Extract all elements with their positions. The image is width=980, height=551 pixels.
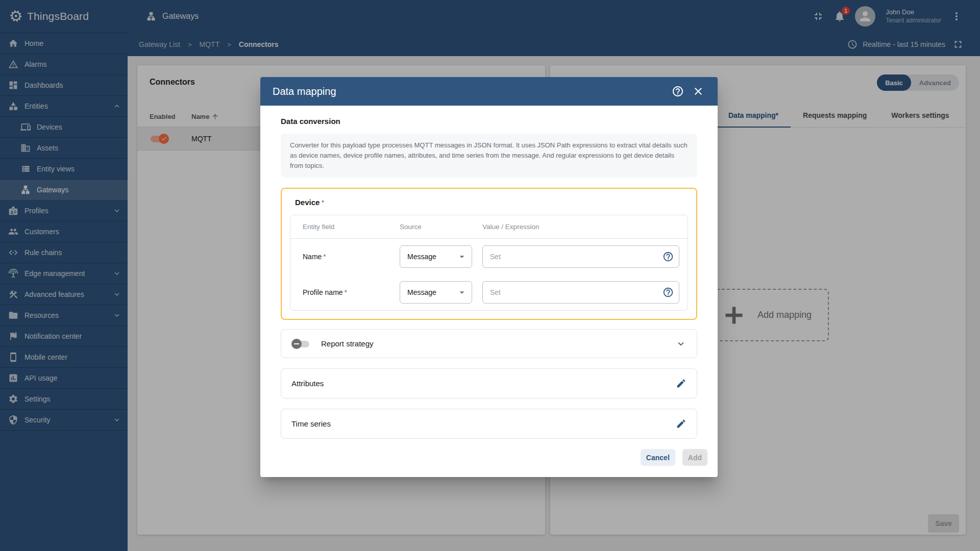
edit-time-series-icon[interactable] [676,418,687,429]
device-row-profile-name: Profile name* Message [290,274,688,310]
dialog-body: Data conversion Converter for this paylo… [260,106,718,449]
data-conversion-heading: Data conversion [281,117,697,126]
source-select-value: Message [407,288,456,296]
toggle-thumb [291,339,302,349]
help-button[interactable] [668,81,688,102]
device-section: Device* Entity field Source Value / Expr… [281,188,697,320]
dialog-header: Data mapping [260,77,718,106]
field-help-icon[interactable] [663,251,674,262]
time-series-section: Time series [281,409,697,439]
attributes-section: Attributes [281,368,697,398]
attributes-label: Attributes [291,379,324,388]
source-select-name[interactable]: Message [400,245,472,268]
value-expression-input-name[interactable] [485,253,663,261]
chevron-down-icon[interactable] [675,338,687,349]
source-select-profile[interactable]: Message [400,281,472,304]
column-value-expression: Value / Expression [482,223,679,231]
column-entity-field: Entity field [303,223,400,231]
value-expression-field-profile [482,281,679,304]
dialog-footer: Cancel Add [260,449,718,477]
report-strategy-label: Report strategy [321,339,374,348]
field-label-text: Name [303,253,322,261]
field-label: Name* [303,253,400,261]
data-mapping-dialog: Data mapping Data conversion Converter f… [260,77,718,477]
close-button[interactable] [688,81,708,102]
value-expression-input-profile[interactable] [485,288,663,296]
device-table-header: Entity field Source Value / Expression [290,215,688,239]
add-button[interactable]: Add [682,449,707,466]
field-help-icon[interactable] [663,287,674,298]
edit-attributes-icon[interactable] [676,378,687,389]
cancel-button[interactable]: Cancel [641,449,675,466]
value-expression-field-name [482,245,679,268]
close-icon [692,85,704,97]
device-table: Entity field Source Value / Expression N… [290,215,688,311]
field-label-text: Profile name [303,288,343,296]
required-marker: * [321,198,324,207]
required-marker: * [323,253,326,261]
time-series-label: Time series [291,419,331,428]
help-icon [672,85,684,97]
report-strategy-toggle[interactable] [291,339,311,349]
source-select-value: Message [407,253,456,261]
field-label: Profile name* [303,288,400,296]
report-strategy-section: Report strategy [281,329,697,358]
dropdown-arrow-icon [456,287,468,298]
dropdown-arrow-icon [456,251,468,262]
device-row-name: Name* Message [290,239,688,274]
device-heading: Device* [295,198,688,207]
data-conversion-description: Converter for this payload type processe… [281,134,697,178]
dialog-title: Data mapping [273,86,668,97]
device-heading-text: Device [295,198,320,207]
column-source: Source [400,223,482,231]
required-marker: * [345,288,347,296]
